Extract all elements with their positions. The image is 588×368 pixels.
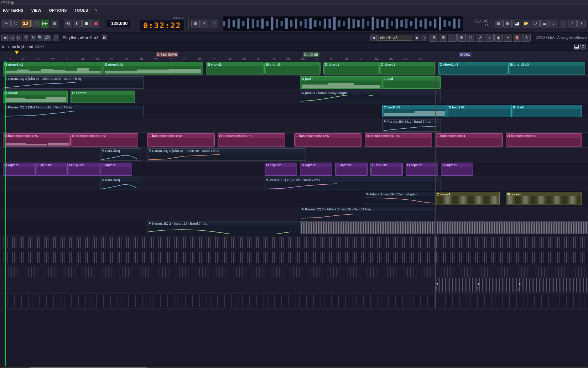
collapse-btn[interactable]: ◀ xyxy=(1,35,8,41)
clip-lead1-2[interactable]: ⊡ lead1 #2 xyxy=(447,105,512,117)
ch-pattern[interactable]: ◉ xyxy=(494,34,503,42)
menu-patterns[interactable]: PATTERNS xyxy=(1,7,25,13)
clip-chord1-3[interactable]: ⊡ chord1 xyxy=(323,62,379,75)
ch-env[interactable]: ↗ xyxy=(476,34,484,42)
piano-key-icon[interactable]: 🎹 xyxy=(574,44,579,50)
clip-eq-bass-auto[interactable]: ✎ Param. EQ 2 (Slot 4) - Insert 20 - Ban… xyxy=(147,148,306,161)
plugin-btn[interactable]: ⬛ xyxy=(31,20,40,27)
ch-solo[interactable]: S xyxy=(522,34,531,42)
clip-audio-long[interactable] xyxy=(300,221,588,234)
bpm-display[interactable]: 128.000 xyxy=(107,20,132,27)
browser-btn[interactable]: 📂 xyxy=(522,20,530,27)
timeline-ruler[interactable]: break down build up drop1 19 20 21 22 23… xyxy=(0,51,588,61)
nav-fwd[interactable]: ▷ xyxy=(16,35,22,41)
ch-rack[interactable]: ⊞ xyxy=(439,34,447,42)
ch-settings[interactable]: ⚙ xyxy=(457,34,466,42)
clip-bass-6[interactable]: ⊡ basssssssssss1 #4 xyxy=(365,133,432,147)
channel-next[interactable]: ▶ xyxy=(414,35,420,41)
clip-chord1-1[interactable]: ⊡ chord1 xyxy=(206,62,265,75)
record-btn[interactable]: ⏺ xyxy=(92,20,100,27)
scrollbar-thumb-h[interactable] xyxy=(30,367,147,368)
ch-route[interactable]: ↔ xyxy=(448,34,457,42)
help-btn[interactable]: ? xyxy=(568,20,577,27)
piano-settings[interactable]: ⚙ xyxy=(580,44,586,50)
export-btn[interactable]: ↓ xyxy=(559,20,567,27)
clip-bass-7[interactable]: ⊡ basssssssssss1 xyxy=(435,133,503,147)
fx-chain-btn[interactable]: ⬡ xyxy=(531,20,540,27)
ch-cut[interactable]: ✂ xyxy=(504,34,512,42)
clip-chord1-3a[interactable]: ⊡ chord1 #3 xyxy=(438,62,509,75)
draw-tool[interactable]: ✏ xyxy=(2,20,11,27)
clip-chord1-2[interactable]: ⊡ chord1 xyxy=(265,62,321,75)
rewind-btn[interactable]: ⟲ xyxy=(64,20,72,27)
forward-btn[interactable]: ▶▶ xyxy=(41,20,49,27)
step-seq-btn[interactable]: ☰ xyxy=(540,20,549,27)
stamp-tool[interactable]: ⬡ xyxy=(11,20,20,27)
clip-arp2-10[interactable]: ⊡ arp2 #2 xyxy=(441,163,473,176)
clip-arp2-2[interactable]: ⊡ arp2 #2 xyxy=(35,163,68,176)
clip-chord1-4[interactable]: ⊡ chord1 xyxy=(379,62,435,75)
clip-chord1-3b[interactable]: ⊡ chord1 #3 xyxy=(509,62,585,75)
nav-down[interactable]: ▽ xyxy=(23,35,29,41)
clip-bass-1[interactable]: ⊡ basssssssssss1 #4 xyxy=(3,133,71,147)
clip-arp2-3[interactable]: ⊡ arp2 #2 xyxy=(68,163,100,176)
ch-midi[interactable]: ♪ xyxy=(485,34,494,42)
clip-pione1-1[interactable]: ⊡ pione1 #2 xyxy=(3,62,103,75)
clip-lead1-1[interactable]: ⊡ lead1 #2 xyxy=(382,105,447,117)
pause-btn[interactable]: ⏸ xyxy=(73,20,82,27)
channel-rack-btn[interactable]: ⊞ xyxy=(503,20,512,27)
clip-bass-2[interactable]: ⊡ basssssssssss1 #4 xyxy=(71,133,138,147)
clip-bass-8[interactable]: ⊡ basssssssssss1 xyxy=(506,133,582,147)
menu-help[interactable]: ? xyxy=(95,8,97,12)
mixer-icon-btn[interactable]: ⊞ xyxy=(50,20,58,27)
clip-arp2-4[interactable]: ⊡ arp2 #2 xyxy=(100,163,132,176)
clip-arp2-5[interactable]: ⊡ arp2 #2 xyxy=(265,163,297,176)
channel-add[interactable]: + xyxy=(421,35,427,41)
stop-btn[interactable]: ⏹ xyxy=(82,20,91,27)
clip-pione1-2[interactable]: ⊡ pione1 #2 xyxy=(103,62,203,75)
clip-arp2-6[interactable]: ⊡ arp2 #2 xyxy=(300,163,332,176)
scrollbar-track-h[interactable] xyxy=(1,367,587,368)
clip-bass-5[interactable]: ⊡ basssssssssss1 #4 xyxy=(294,133,362,147)
piano-icon[interactable]: 🎵 xyxy=(53,35,59,41)
clip-eq-snare-auto[interactable]: ✎ Param. EQ 2 - Attack Snare 29 - Band 7… xyxy=(300,207,435,219)
clip-noise1-2[interactable]: ⊡ noise1 xyxy=(506,192,582,205)
vol-btn[interactable]: 🔊 xyxy=(44,35,51,41)
clip-pluck-auto[interactable]: ✎ pluck1 - Pluck decay length xyxy=(300,91,441,103)
clip-eq8-auto[interactable]: ✎ Param. EQ 2 (Slot 8) - pluck1 - Band 7… xyxy=(3,105,144,117)
tracks-area[interactable]: ⊡ pione1 #2 ⊡ pione1 #2 xyxy=(0,61,588,366)
clip-pad-2[interactable]: ⊡ pad xyxy=(382,76,441,89)
midi-btn[interactable]: ♪ xyxy=(550,20,558,27)
clip-para-freq-1[interactable]: ✎ Para..freq xyxy=(100,148,141,161)
menu-view[interactable]: VIEW xyxy=(30,7,43,13)
ch-fx[interactable]: ⬡ xyxy=(467,34,475,42)
ch-mixer[interactable]: ⊟ xyxy=(430,34,438,42)
menu-tools[interactable]: TOOLS xyxy=(73,7,89,13)
loop-btn[interactable]: ↻ xyxy=(30,35,36,41)
channel-name[interactable]: chord1 #3 xyxy=(378,35,413,41)
clip-arp2-8[interactable]: ⊡ arp2 #2 xyxy=(370,163,403,176)
snap-btn[interactable]: ⊞ xyxy=(191,20,200,27)
clip-eq-arp-auto[interactable]: ✎ Param. EQ 2 (Sl...#2 - Band 7 freq xyxy=(265,178,441,190)
clip-chord1-green-1[interactable]: ⊡ chord1 xyxy=(3,91,68,103)
clip-para-freq-2[interactable]: ✎ Para..freq xyxy=(100,178,141,190)
channel-prev[interactable]: ◀ xyxy=(370,35,377,41)
clip-snare-auto[interactable]: ✎ Attack Snare 29 - Channel pitch xyxy=(365,192,435,205)
clip-bass-4[interactable]: ⊡ basssssssssss1 #2 xyxy=(218,133,285,147)
clip-eq9-auto[interactable]: ✎ Param. EQ 2 (Slot 9) - Close Grand - B… xyxy=(3,76,144,89)
menu-options[interactable]: OPTIONS xyxy=(48,7,68,13)
piano-roll-btn[interactable]: 🎹 xyxy=(512,20,521,27)
mixer-btn[interactable]: ⊟ xyxy=(494,20,503,27)
clip-eq-lead-auto[interactable]: ✎ Param. EQ 2 (... - Band 7 freq xyxy=(382,119,441,132)
clip-arp2-9[interactable]: ⊡ arp2 #2 xyxy=(406,163,438,176)
clip-chord1-green-2[interactable]: ⊡ chord1 xyxy=(71,91,135,103)
playlist-expand[interactable]: ▶ xyxy=(102,35,107,40)
clip-arp2-1[interactable]: ⊡ arp2 #2 xyxy=(3,163,35,176)
clip-noise1-1[interactable]: ⊡ noise1 xyxy=(435,192,500,205)
plugin-dl-btn[interactable]: ⬇ xyxy=(577,20,586,27)
nav-back[interactable]: ◁ xyxy=(9,35,15,41)
zoom-btn[interactable]: 🔍 xyxy=(37,35,43,41)
clip-bass-3[interactable]: ⊡ basssssssssss1 #2 xyxy=(147,133,215,147)
ch-mute[interactable]: 🔇 xyxy=(513,34,521,42)
horizontal-scrollbar[interactable] xyxy=(0,366,588,368)
